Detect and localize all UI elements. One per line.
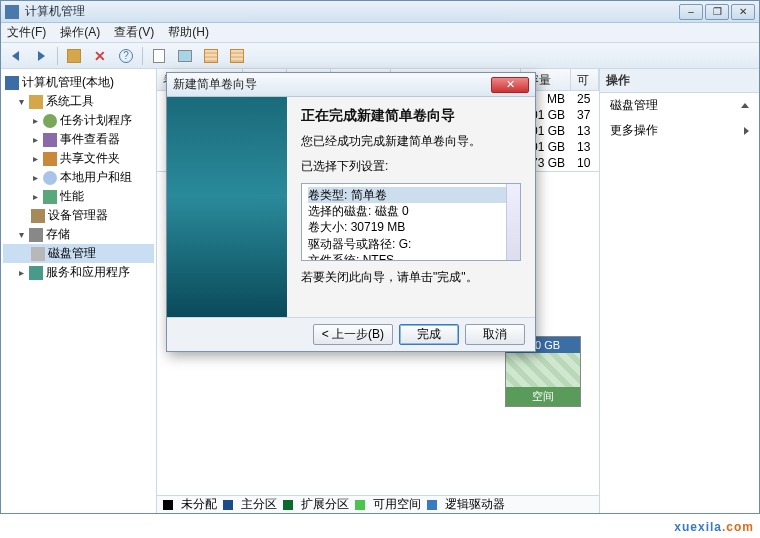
action-disk-management[interactable]: 磁盘管理 xyxy=(600,93,759,118)
grid-icon xyxy=(230,49,244,63)
actions-pane: 操作 磁盘管理 更多操作 xyxy=(599,69,759,513)
menu-file[interactable]: 文件(F) xyxy=(7,24,46,41)
wizard-settings-label: 已选择下列设置: xyxy=(301,158,521,175)
finish-button[interactable]: 完成 xyxy=(399,324,459,345)
properties-button[interactable] xyxy=(64,46,84,66)
separator xyxy=(142,47,143,65)
menu-view[interactable]: 查看(V) xyxy=(114,24,154,41)
device-icon xyxy=(31,209,45,223)
user-icon xyxy=(43,171,57,185)
legend: 未分配 主分区 扩展分区 可用空间 逻辑驱动器 xyxy=(157,495,599,513)
view-button[interactable] xyxy=(175,46,195,66)
expander-icon[interactable]: ▸ xyxy=(31,154,40,163)
monitor-icon xyxy=(178,50,192,62)
partition-label: 空间 xyxy=(506,387,580,406)
tree-shared-folders[interactable]: ▸共享文件夹 xyxy=(3,149,154,168)
services-icon xyxy=(29,266,43,280)
page-icon xyxy=(153,49,165,63)
arrow-left-icon xyxy=(12,51,19,61)
computer-icon xyxy=(5,76,19,90)
settings2-button[interactable] xyxy=(227,46,247,66)
help-icon: ? xyxy=(119,49,133,63)
tree-local-users[interactable]: ▸本地用户和组 xyxy=(3,168,154,187)
help-button[interactable]: ? xyxy=(116,46,136,66)
restore-button[interactable]: ❐ xyxy=(705,4,729,20)
tree-pane[interactable]: 计算机管理(本地) ▾系统工具 ▸任务计划程序 ▸事件查看器 ▸共享文件夹 ▸本… xyxy=(1,69,157,513)
tree-root[interactable]: 计算机管理(本地) xyxy=(3,73,154,92)
delete-button[interactable]: ✕ xyxy=(90,46,110,66)
arrow-right-icon xyxy=(38,51,45,61)
wizard-close-hint: 若要关闭此向导，请单击"完成"。 xyxy=(301,269,521,286)
x-icon: ✕ xyxy=(94,48,106,64)
tree-event-viewer[interactable]: ▸事件查看器 xyxy=(3,130,154,149)
event-icon xyxy=(43,133,57,147)
expander-icon[interactable]: ▸ xyxy=(31,173,40,182)
list-item[interactable]: 卷类型: 简单卷 xyxy=(308,187,514,203)
folder-icon xyxy=(67,49,81,63)
wizard-success-text: 您已经成功完成新建简单卷向导。 xyxy=(301,133,521,150)
close-button[interactable]: ✕ xyxy=(731,4,755,20)
disk-icon xyxy=(31,247,45,261)
back-button[interactable] xyxy=(5,46,25,66)
list-item[interactable]: 驱动器号或路径: G: xyxy=(308,236,514,252)
expander-icon[interactable]: ▸ xyxy=(31,135,40,144)
expander-icon[interactable]: ▾ xyxy=(17,97,26,106)
expander-icon[interactable]: ▾ xyxy=(17,230,26,239)
expander-icon[interactable]: ▸ xyxy=(31,192,40,201)
tree-performance[interactable]: ▸性能 xyxy=(3,187,154,206)
wizard-heading: 正在完成新建简单卷向导 xyxy=(301,107,521,125)
tree-storage[interactable]: ▾存储 xyxy=(3,225,154,244)
legend-swatch-ext xyxy=(283,500,293,510)
tree-disk-management[interactable]: 磁盘管理 xyxy=(3,244,154,263)
dialog-titlebar[interactable]: 新建简单卷向导 ✕ xyxy=(167,73,535,97)
list-item[interactable]: 卷大小: 30719 MB xyxy=(308,219,514,235)
menu-help[interactable]: 帮助(H) xyxy=(168,24,209,41)
perf-icon xyxy=(43,190,57,204)
menu-action[interactable]: 操作(A) xyxy=(60,24,100,41)
col-free[interactable]: 可 xyxy=(571,69,599,90)
cancel-button[interactable]: 取消 xyxy=(465,324,525,345)
toolbar: ✕ ? xyxy=(1,43,759,69)
share-icon xyxy=(43,152,57,166)
legend-swatch-logical xyxy=(427,500,437,510)
settings-button[interactable] xyxy=(201,46,221,66)
titlebar[interactable]: 计算机管理 – ❐ ✕ xyxy=(1,1,759,23)
tree-services[interactable]: ▸服务和应用程序 xyxy=(3,263,154,282)
action-more[interactable]: 更多操作 xyxy=(600,118,759,143)
app-icon xyxy=(5,5,19,19)
tree-device-manager[interactable]: 设备管理器 xyxy=(3,206,154,225)
back-button[interactable]: < 上一步(B) xyxy=(313,324,393,345)
refresh-button[interactable] xyxy=(149,46,169,66)
grid-icon xyxy=(204,49,218,63)
tree-system-tools[interactable]: ▾系统工具 xyxy=(3,92,154,111)
storage-icon xyxy=(29,228,43,242)
list-item[interactable]: 文件系统: NTFS xyxy=(308,252,514,261)
wizard-settings-list[interactable]: 卷类型: 简单卷 选择的磁盘: 磁盘 0 卷大小: 30719 MB 驱动器号或… xyxy=(301,183,521,261)
task-icon xyxy=(43,114,57,128)
menubar: 文件(F) 操作(A) 查看(V) 帮助(H) xyxy=(1,23,759,43)
scrollbar[interactable] xyxy=(506,184,520,260)
wizard-sidebar-graphic xyxy=(167,97,287,317)
dialog-title: 新建简单卷向导 xyxy=(173,76,491,93)
wizard-dialog: 新建简单卷向导 ✕ 正在完成新建简单卷向导 您已经成功完成新建简单卷向导。 已选… xyxy=(166,72,536,352)
chevron-right-icon xyxy=(744,127,749,135)
tree-task-scheduler[interactable]: ▸任务计划程序 xyxy=(3,111,154,130)
legend-swatch-unalloc xyxy=(163,500,173,510)
dialog-close-button[interactable]: ✕ xyxy=(491,77,529,93)
tools-icon xyxy=(29,95,43,109)
window-title: 计算机管理 xyxy=(25,3,679,20)
legend-swatch-free xyxy=(355,500,365,510)
list-item[interactable]: 选择的磁盘: 磁盘 0 xyxy=(308,203,514,219)
actions-header: 操作 xyxy=(600,69,759,93)
separator xyxy=(57,47,58,65)
forward-button[interactable] xyxy=(31,46,51,66)
watermark: xuexila.com xyxy=(674,515,754,536)
dialog-buttons: < 上一步(B) 完成 取消 xyxy=(167,317,535,351)
collapse-icon xyxy=(741,103,749,108)
legend-swatch-primary xyxy=(223,500,233,510)
expander-icon[interactable]: ▸ xyxy=(17,268,26,277)
minimize-button[interactable]: – xyxy=(679,4,703,20)
expander-icon[interactable]: ▸ xyxy=(31,116,40,125)
